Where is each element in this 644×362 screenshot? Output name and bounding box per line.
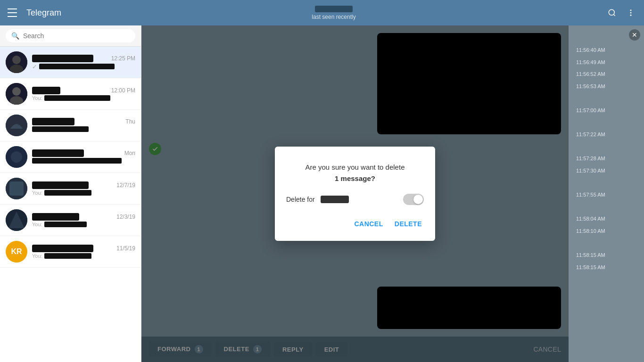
blurred-chat-name <box>315 6 353 12</box>
chat-info: ██████████ 12/3/19 You: <box>32 213 135 227</box>
sidebar: 🔍 ████████████ 12:25 PM <box>0 25 141 362</box>
chat-time: Thu <box>125 118 135 125</box>
chat-info: ███ 12:00 PM You: <box>32 87 135 101</box>
avatar <box>6 178 27 199</box>
chat-time: 12/7/19 <box>116 182 135 189</box>
timestamp <box>572 117 640 129</box>
chat-preview: You: <box>32 190 135 196</box>
toggle-knob <box>413 195 423 204</box>
search-input[interactable] <box>23 32 130 40</box>
timestamp: 11:56:49 AM <box>572 57 640 69</box>
chat-name-row: ██████████ 12/3/19 <box>32 213 135 221</box>
chat-header-status: last seen recently <box>312 14 355 20</box>
chat-item[interactable]: ██████████ 12/3/19 You: <box>0 205 141 236</box>
chat-preview: ✓ <box>32 63 135 70</box>
main-chat: FORWARD 1 DELETE 1 REPLY EDIT CANCEL <box>141 25 569 362</box>
svg-rect-15 <box>9 181 24 196</box>
header-icons <box>606 7 636 18</box>
content-area: 🔍 ████████████ 12:25 PM <box>0 25 644 362</box>
timestamp: 11:58:15 AM <box>572 249 640 262</box>
chat-preview <box>32 158 135 165</box>
top-header: Telegram last seen recently <box>0 0 644 25</box>
timestamp <box>572 201 640 214</box>
chat-header-info: last seen recently <box>312 6 355 20</box>
modal-option-row: Delete for <box>286 194 424 205</box>
timestamp: 11:58:10 AM <box>572 225 640 238</box>
chat-header-name <box>315 6 353 14</box>
modal-question: Are you sure you want to delete 1 messag… <box>286 162 424 184</box>
chat-time: 12:25 PM <box>111 55 135 62</box>
chat-item[interactable]: ██████ Thu <box>0 110 141 141</box>
chat-info: ████████████ 12:25 PM ✓ <box>32 55 135 70</box>
svg-point-2 <box>630 9 631 11</box>
more-options-icon[interactable] <box>625 7 636 18</box>
timestamp: 11:57:22 AM <box>572 129 640 141</box>
delete-for-toggle[interactable] <box>403 194 424 205</box>
svg-point-6 <box>12 56 21 64</box>
modal-cancel-button[interactable]: CANCEL <box>352 216 385 231</box>
chat-name-row: ███ 12:00 PM <box>32 87 135 94</box>
svg-point-4 <box>630 15 631 16</box>
chat-item[interactable]: ████████████ 12/7/19 You: <box>0 173 141 205</box>
chat-list: ████████████ 12:25 PM ✓ <box>0 47 141 362</box>
avatar <box>6 146 27 168</box>
chat-name: ██████████ <box>32 213 79 221</box>
svg-point-13 <box>11 151 22 163</box>
timestamp <box>572 238 640 250</box>
timestamp: 11:56:52 AM <box>572 68 640 81</box>
svg-point-9 <box>12 87 21 96</box>
chat-info: ██████ Thu <box>32 118 135 133</box>
avatar <box>6 83 27 105</box>
menu-icon[interactable] <box>8 7 19 18</box>
close-btn-area: ✕ <box>572 29 640 41</box>
chat-preview: You: <box>32 95 135 101</box>
timestamp: 11:56:40 AM <box>572 44 640 57</box>
chat-preview: You: <box>32 222 135 227</box>
chat-item[interactable]: ████████████ 12:25 PM ✓ <box>0 47 141 78</box>
modal-buttons: CANCEL DELETE <box>286 216 424 231</box>
search-icon[interactable] <box>606 7 618 18</box>
app-container: Telegram last seen recently <box>0 0 644 362</box>
chat-name-row: ████████████ 12:25 PM <box>32 55 135 62</box>
chat-name-row: ████████████ 12/7/19 <box>32 181 135 189</box>
timestamp <box>572 92 640 105</box>
chat-name: ████████████ <box>32 245 93 252</box>
chat-name: ████████████ <box>32 181 89 189</box>
chat-name: ██████ <box>32 118 74 125</box>
timestamp: 11:57:30 AM <box>572 165 640 177</box>
chat-item[interactable]: KR ████████████ 11/5/19 You: <box>0 236 141 268</box>
close-button[interactable]: ✕ <box>629 29 640 41</box>
timestamp: 11:58:04 AM <box>572 213 640 225</box>
chat-item[interactable]: ███ 12:00 PM You: <box>0 78 141 110</box>
chat-info: ████████████ 11/5/19 You: <box>32 245 135 259</box>
svg-line-1 <box>613 14 615 16</box>
chat-preview <box>32 126 135 133</box>
avatar: KR <box>6 241 27 263</box>
search-container: 🔍 <box>0 25 141 47</box>
modal-message-count: 1 message? <box>335 174 375 182</box>
chat-info: ██████ ████ Mon <box>32 149 135 165</box>
timestamp: 11:57:00 AM <box>572 105 640 117</box>
timestamps-panel: ✕ 11:56:40 AM 11:56:49 AM 11:56:52 AM 11… <box>569 25 644 362</box>
delete-for-label: Delete for <box>286 196 315 203</box>
svg-point-0 <box>609 9 614 15</box>
timestamp: 11:57:28 AM <box>572 153 640 165</box>
chat-name-row: ██████ Thu <box>32 118 135 125</box>
avatar <box>6 209 27 231</box>
chat-item[interactable]: ██████ ████ Mon <box>0 141 141 173</box>
timestamp: 11:58:15 AM <box>572 262 640 274</box>
chat-name-row: ████████████ 11/5/19 <box>32 245 135 252</box>
avatar <box>6 51 27 73</box>
timestamp: 11:56:53 AM <box>572 81 640 93</box>
chat-name-row: ██████ ████ Mon <box>32 149 135 157</box>
chat-time: Mon <box>124 150 135 156</box>
modal-delete-button[interactable]: DELETE <box>393 216 424 231</box>
chat-time: 11/5/19 <box>116 245 135 252</box>
timestamp: 11:57:55 AM <box>572 189 640 201</box>
avatar <box>6 115 27 136</box>
chat-name: ██████ ████ <box>32 149 84 157</box>
chat-name: ████████████ <box>32 55 93 62</box>
delete-confirm-dialog: Are you sure you want to delete 1 messag… <box>275 147 435 241</box>
timestamp <box>572 177 640 189</box>
chat-name: ███ <box>32 87 60 94</box>
